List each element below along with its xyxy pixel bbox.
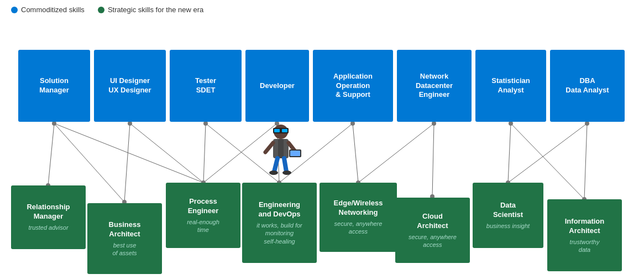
svg-line-4 xyxy=(130,123,203,183)
svg-line-39 xyxy=(265,143,273,152)
svg-point-23 xyxy=(509,121,513,126)
svg-line-9 xyxy=(353,123,358,183)
svg-line-3 xyxy=(124,123,130,202)
business-architect-label: BusinessArchitect xyxy=(109,220,141,239)
svg-line-13 xyxy=(508,123,511,183)
engineering-devops-label: Engineeringand DevOps xyxy=(259,200,301,219)
cloud-architect-box: CloudArchitect secure, anywhereaccess xyxy=(395,198,470,263)
edge-networking-subtitle: secure, anywhereaccess xyxy=(334,220,383,236)
cloud-architect-subtitle: secure, anywhereaccess xyxy=(409,233,457,249)
strategic-dot xyxy=(98,7,104,13)
developer-label: Developer xyxy=(260,81,295,91)
diagram-area: SolutionManager UI DesignerUX Designer T… xyxy=(0,19,644,274)
svg-line-40 xyxy=(289,143,295,151)
svg-line-5 xyxy=(203,123,206,183)
svg-line-16 xyxy=(584,123,587,199)
svg-line-1 xyxy=(54,123,203,183)
svg-line-11 xyxy=(358,123,434,183)
commoditized-dot xyxy=(11,7,18,13)
edge-networking-box: Edge/WirelessNetworking secure, anywhere… xyxy=(320,183,397,252)
business-architect-box: BusinessArchitect best useof assets xyxy=(87,203,162,274)
svg-line-0 xyxy=(48,123,54,185)
app-operation-box: ApplicationOperation& Support xyxy=(313,50,393,122)
legend-commoditized: Commoditized skills xyxy=(11,6,85,14)
svg-rect-35 xyxy=(274,129,280,132)
tester-box: TesterSDET xyxy=(170,50,242,122)
info-architect-label: InformationArchitect xyxy=(565,217,605,236)
svg-point-18 xyxy=(128,121,132,126)
svg-rect-42 xyxy=(290,151,300,156)
engineering-devops-box: Engineeringand DevOps it works, build fo… xyxy=(242,183,317,263)
legend: Commoditized skills Strategic skills for… xyxy=(0,0,644,19)
legend-strategic: Strategic skills for the new era xyxy=(98,6,203,14)
svg-rect-38 xyxy=(278,139,284,158)
network-engineer-box: NetworkDatacenterEngineer xyxy=(397,50,472,122)
svg-line-12 xyxy=(432,123,434,197)
svg-point-17 xyxy=(52,121,56,126)
svg-line-15 xyxy=(508,123,587,183)
relationship-manager-box: RelationshipManager trusted advisor xyxy=(11,185,86,249)
network-engineer-label: NetworkDatacenterEngineer xyxy=(416,72,453,100)
solution-manager-box: SolutionManager xyxy=(18,50,90,122)
svg-point-21 xyxy=(350,121,355,126)
dba-box: DBAData Analyst xyxy=(550,50,625,122)
solution-manager-label: SolutionManager xyxy=(39,76,69,95)
svg-line-44 xyxy=(284,158,286,172)
commoditized-label: Commoditized skills xyxy=(21,6,85,14)
process-engineer-subtitle: real-enoughtime xyxy=(187,218,219,234)
statistician-label: StatisticianAnalyst xyxy=(491,76,530,95)
data-scientist-label: DataScientist xyxy=(493,201,523,220)
relationship-manager-subtitle: trusted advisor xyxy=(28,224,68,231)
tester-label: TesterSDET xyxy=(195,76,216,95)
ui-designer-label: UI DesignerUX Designer xyxy=(108,76,151,95)
process-engineer-label: ProcessEngineer xyxy=(188,197,219,216)
statistician-box: StatisticianAnalyst xyxy=(475,50,546,122)
cloud-architect-label: CloudArchitect xyxy=(417,212,448,231)
svg-point-24 xyxy=(585,121,589,126)
svg-line-43 xyxy=(274,158,278,172)
business-architect-subtitle: best useof assets xyxy=(112,241,137,257)
svg-point-19 xyxy=(203,121,208,126)
strategic-label: Strategic skills for the new era xyxy=(108,6,203,14)
relationship-manager-label: RelationshipManager xyxy=(27,203,70,221)
svg-point-46 xyxy=(282,170,291,175)
app-operation-label: ApplicationOperation& Support xyxy=(333,72,373,100)
data-scientist-subtitle: business insight xyxy=(486,222,530,230)
process-engineer-box: ProcessEngineer real-enoughtime xyxy=(166,183,240,248)
ui-designer-box: UI DesignerUX Designer xyxy=(94,50,166,122)
developer-box: Developer xyxy=(245,50,309,122)
svg-point-45 xyxy=(269,170,278,175)
svg-rect-36 xyxy=(282,129,287,132)
engineering-devops-subtitle: it works, build formonitoringself-healin… xyxy=(256,221,302,245)
data-scientist-box: DataScientist business insight xyxy=(473,183,543,248)
edge-networking-label: Edge/WirelessNetworking xyxy=(334,199,383,218)
info-architect-box: InformationArchitect trustworthydata xyxy=(547,199,622,271)
info-architect-subtitle: trustworthydata xyxy=(570,238,600,254)
person-figure xyxy=(259,122,303,183)
svg-point-22 xyxy=(432,121,436,126)
dba-label: DBAData Analyst xyxy=(566,76,609,95)
